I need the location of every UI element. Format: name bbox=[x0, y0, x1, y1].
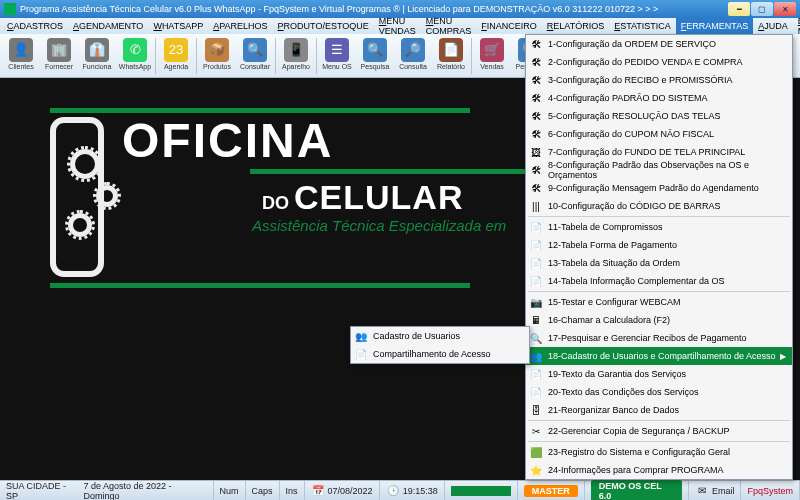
ferramentas-item[interactable]: 🛠2-Configuração do PEDIDO VENDA E COMPRA bbox=[526, 53, 792, 71]
relatório-icon: 📄 bbox=[439, 38, 463, 62]
toolbar-fornecer[interactable]: 🏢Fornecer bbox=[40, 36, 78, 76]
toolbar-consulta[interactable]: 🔎Consulta bbox=[394, 36, 432, 76]
app-icon bbox=[4, 3, 16, 15]
status-time: 🕒19:15:38 bbox=[380, 481, 445, 500]
ferramentas-item[interactable]: 📄13-Tabela da Situação da Ordem bbox=[526, 254, 792, 272]
toolbar-agenda[interactable]: 23Agenda bbox=[157, 36, 195, 76]
menu-item-icon: 📄 bbox=[354, 347, 368, 361]
ferramentas-item[interactable]: 🖼7-Configuração do FUNDO DE TELA PRINCIP… bbox=[526, 143, 792, 161]
logo-tagline: Assistência Técnica Especializada em bbox=[252, 217, 550, 234]
menu-item-icon: ✂ bbox=[529, 424, 543, 438]
menu-aparelhos[interactable]: APARELHOS bbox=[208, 18, 272, 34]
toolbar-vendas[interactable]: 🛒Vendas bbox=[473, 36, 511, 76]
toolbar-aparelho[interactable]: 📱Aparelho bbox=[277, 36, 315, 76]
menu-cadastros[interactable]: CADASTROS bbox=[2, 18, 68, 34]
ferramentas-item[interactable]: 🛠6-Configuração do CUPOM NÃO FISCAL bbox=[526, 125, 792, 143]
ferramentas-item[interactable]: 🔍17-Pesquisar e Gerenciar Recibos de Pag… bbox=[526, 329, 792, 347]
menu-item-icon: 🛠 bbox=[529, 109, 543, 123]
menu-ferramentas[interactable]: FERRAMENTAS bbox=[676, 18, 753, 34]
menu-item-icon: 👥 bbox=[529, 349, 543, 363]
ferramentas-item[interactable]: 🟩23-Registro do Sistema e Configuração G… bbox=[526, 443, 792, 461]
menu-estatistica[interactable]: ESTATISTICA bbox=[609, 18, 676, 34]
menu-item-icon: ⭐ bbox=[529, 463, 543, 477]
ferramentas-item[interactable]: 📄12-Tabela Forma de Pagamento bbox=[526, 236, 792, 254]
status-bar: SUA CIDADE - SP 7 de Agosto de 2022 - Do… bbox=[0, 480, 800, 500]
brand-logo: OFICINA DO CELULAR Assistência Técnica E… bbox=[50, 108, 550, 288]
maximize-button[interactable]: ▢ bbox=[751, 2, 773, 16]
ferramentas-item[interactable]: 📄14-Tabela Informação Complementar da OS bbox=[526, 272, 792, 290]
status-progress bbox=[445, 481, 518, 500]
status-date: 📅07/08/2022 bbox=[305, 481, 380, 500]
ferramentas-item[interactable]: 🛠8-Configuração Padrão das Observações n… bbox=[526, 161, 792, 179]
status-capslock: Caps bbox=[246, 481, 280, 500]
ferramentas-item[interactable]: |||10-Configuração do CÓDIGO DE BARRAS bbox=[526, 197, 792, 215]
status-email[interactable]: ✉Email bbox=[689, 481, 742, 500]
ferramentas-item[interactable]: 🛠5-Configuração RESOLUÇÃO DAS TELAS bbox=[526, 107, 792, 125]
ferramentas-item[interactable]: 🛠4-Configuração PADRÃO DO SISTEMA bbox=[526, 89, 792, 107]
toolbar-pesquisa[interactable]: 🔍Pesquisa bbox=[356, 36, 394, 76]
menu-item-icon: 📷 bbox=[529, 295, 543, 309]
minimize-button[interactable]: ━ bbox=[728, 2, 750, 16]
ferramentas-dropdown: 🛠1-Configuração da ORDEM DE SERVIÇO🛠2-Co… bbox=[525, 34, 793, 480]
menu-item-icon: 🟩 bbox=[529, 445, 543, 459]
submenu-arrow-icon: ▶ bbox=[780, 352, 786, 361]
menu-e-mail[interactable]: E-MAIL bbox=[793, 18, 800, 34]
ferramentas-item[interactable]: 👥18-Cadastro de Usuarios e Compartilhame… bbox=[526, 347, 792, 365]
ferramentas-item[interactable]: 📄20-Texto das Condições dos Serviços bbox=[526, 383, 792, 401]
menu-financeiro[interactable]: FINANCEIRO bbox=[476, 18, 542, 34]
vendas-icon: 🛒 bbox=[480, 38, 504, 62]
toolbar-whatsapp[interactable]: ✆WhatsApp bbox=[116, 36, 154, 76]
pesquisa-icon: 🔍 bbox=[363, 38, 387, 62]
menu-item-icon: 👥 bbox=[354, 329, 368, 343]
submenu-usuarios-acesso: 👥Cadastro de Usuarios📄Compartilhamento d… bbox=[350, 326, 530, 364]
toolbar-funciona[interactable]: 👔Funciona bbox=[78, 36, 116, 76]
menu-item-icon: 📄 bbox=[529, 385, 543, 399]
produtos-icon: 📦 bbox=[205, 38, 229, 62]
consulta-icon: 🔎 bbox=[401, 38, 425, 62]
status-license: DEMO OS CEL 6.0 bbox=[585, 481, 689, 500]
ferramentas-item[interactable]: 📷15-Testar e Configurar WEBCAM bbox=[526, 293, 792, 311]
toolbar-relat-rio[interactable]: 📄Relatório bbox=[432, 36, 470, 76]
toolbar-produtos[interactable]: 📦Produtos bbox=[198, 36, 236, 76]
ferramentas-item[interactable]: 🖩16-Chamar a Calculadora (F2) bbox=[526, 311, 792, 329]
ferramentas-item[interactable]: 📄19-Texto da Garantia dos Serviços bbox=[526, 365, 792, 383]
toolbar-clientes[interactable]: 👤Clientes bbox=[2, 36, 40, 76]
aparelho-icon: 📱 bbox=[284, 38, 308, 62]
close-button[interactable]: ✕ bbox=[774, 2, 796, 16]
consultar-icon: 🔍 bbox=[243, 38, 267, 62]
menu os-icon: ☰ bbox=[325, 38, 349, 62]
agenda-icon: 23 bbox=[164, 38, 188, 62]
menu-agendamento[interactable]: AGENDAMENTO bbox=[68, 18, 148, 34]
ferramentas-item[interactable]: ⭐24-Informações para Comprar PROGRAMA bbox=[526, 461, 792, 479]
menu-item-icon: 🛠 bbox=[529, 73, 543, 87]
submenu-item[interactable]: 📄Compartilhamento de Acesso bbox=[351, 345, 529, 363]
menu-item-icon: 🛠 bbox=[529, 181, 543, 195]
submenu-item[interactable]: 👥Cadastro de Usuarios bbox=[351, 327, 529, 345]
menu-item-icon: 📄 bbox=[529, 256, 543, 270]
status-numlock: Num bbox=[214, 481, 246, 500]
menu-bar: CADASTROSAGENDAMENTOWHATSAPPAPARELHOSPRO… bbox=[0, 18, 800, 34]
menu-menu-compras[interactable]: MENU COMPRAS bbox=[421, 18, 477, 34]
ferramentas-item[interactable]: 🛠3-Configuração do RECIBO e PROMISSÓRIA bbox=[526, 71, 792, 89]
ferramentas-item[interactable]: 🛠1-Configuração da ORDEM DE SERVIÇO bbox=[526, 35, 792, 53]
funciona-icon: 👔 bbox=[85, 38, 109, 62]
menu-item-icon: 📄 bbox=[529, 367, 543, 381]
ferramentas-item[interactable]: 📄11-Tabela de Compromissos bbox=[526, 218, 792, 236]
menu-ajuda[interactable]: AJUDA bbox=[753, 18, 793, 34]
menu-item-icon: ||| bbox=[529, 199, 543, 213]
menu-item-icon: 🛠 bbox=[529, 91, 543, 105]
menu-menu-vendas[interactable]: MENU VENDAS bbox=[374, 18, 421, 34]
email-icon: ✉ bbox=[695, 484, 709, 498]
fornecer-icon: 🏢 bbox=[47, 38, 71, 62]
menu-produto-estoque[interactable]: PRODUTO/ESTOQUE bbox=[273, 18, 374, 34]
ferramentas-item[interactable]: 🗄21-Reorganizar Banco de Dados bbox=[526, 401, 792, 419]
menu-whatsapp[interactable]: WHATSAPP bbox=[148, 18, 208, 34]
toolbar-consultar[interactable]: 🔍Consultar bbox=[236, 36, 274, 76]
toolbar-menu-os[interactable]: ☰Menu OS bbox=[318, 36, 356, 76]
phone-gears-icon bbox=[50, 117, 104, 277]
logo-line2-small: DO bbox=[262, 193, 289, 213]
menu-relat-rios[interactable]: RELATÓRIOS bbox=[542, 18, 609, 34]
ferramentas-item[interactable]: 🛠9-Configuração Mensagem Padrão do Agend… bbox=[526, 179, 792, 197]
calendar-icon: 📅 bbox=[311, 484, 325, 498]
ferramentas-item[interactable]: ✂22-Gerenciar Copia de Segurança / BACKU… bbox=[526, 422, 792, 440]
